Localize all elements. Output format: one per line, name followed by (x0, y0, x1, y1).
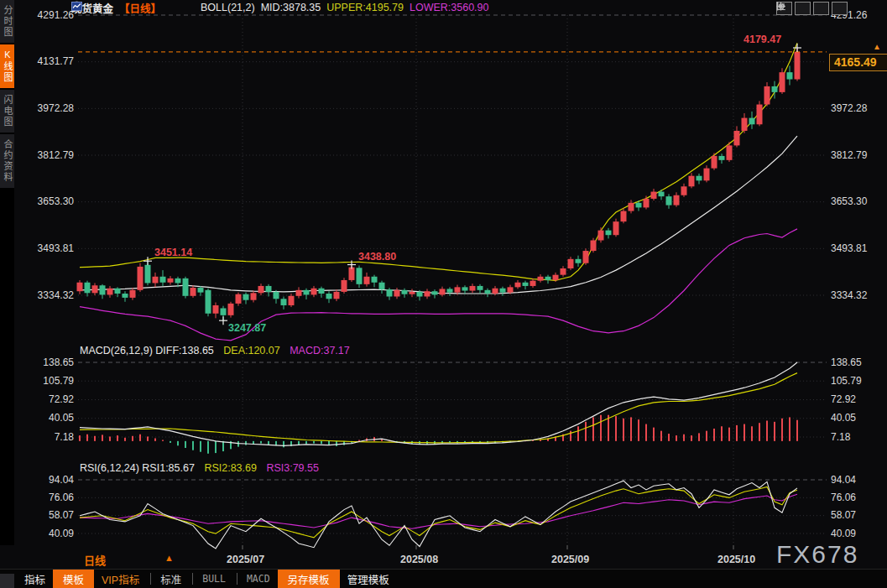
right-axis-tick: 3493.81 (831, 243, 886, 254)
left-axis-tick: 72.92 (18, 394, 74, 405)
right-axis-tick: 76.06 (831, 492, 886, 503)
toolbar-button-1[interactable]: 模板 (53, 570, 94, 588)
left-axis-tick: 3493.81 (18, 243, 74, 254)
right-axis-tick: 138.65 (831, 357, 886, 368)
left-axis-tick: 40.09 (18, 528, 74, 539)
right-axis-tick: 7.18 (831, 432, 886, 443)
price-annotation: 3438.80 (358, 251, 396, 263)
chart-type-sidebar: 分时图 K线图 闪电图 合约资料 (0, 0, 14, 545)
left-axis-tick: 105.79 (18, 376, 74, 387)
period-selector[interactable]: 【日线】 (119, 0, 161, 16)
chart-toolbar-icons (776, 2, 848, 15)
right-axis-tick: 72.92 (831, 394, 886, 405)
period-up-arrow-icon[interactable]: ▲ (164, 553, 174, 563)
sidebar-tab-lightning-chart[interactable]: 闪电图 (0, 90, 14, 133)
macd-dea-value: DEA:120.07 (223, 345, 279, 356)
macd-value: MACD:37.17 (290, 345, 350, 356)
left-axis-tick: 40.05 (18, 413, 74, 424)
right-axis-tick: 3812.79 (831, 150, 886, 161)
sidebar-tab-contract-info[interactable]: 合约资料 (0, 134, 14, 188)
left-axis-tick: 4131.77 (18, 56, 74, 67)
rsi1-value: RSI(6,12,24) RSI1:85.67 (80, 462, 195, 474)
right-axis-tick: 40.09 (831, 528, 886, 539)
toolbar-separator (192, 573, 193, 585)
left-axis-tick: 76.06 (18, 492, 74, 503)
toolbar-separator (150, 573, 151, 585)
left-axis-tick: 3334.32 (18, 290, 74, 301)
toolbar-button-0[interactable]: 指标 (18, 570, 51, 588)
price-up-arrow-icon: ▲ (873, 42, 881, 51)
macd-diff-value: MACD(26,12,9) DIFF:138.65 (80, 345, 214, 356)
price-annotation: 4179.47 (744, 34, 781, 45)
price-annotation: 3247.87 (228, 322, 266, 334)
last-price-box: 4165.49 (829, 54, 887, 71)
indicator-toolbar: 指标模板VIP指标标准BULLMACD另存模板管理模板 (0, 569, 887, 588)
toolbar-button-3[interactable]: 标准 (154, 570, 187, 588)
left-axis-tick: 7.18 (18, 432, 74, 443)
rsi2-value: RSI2:83.69 (204, 462, 257, 474)
rsi-header: RSI(6,12,24) RSI1:85.67 RSI2:83.69 RSI3:… (80, 462, 326, 474)
boll-lower-value: LOWER:3560.90 (410, 2, 489, 13)
boll-mid-value: MID:3878.35 (261, 2, 321, 13)
left-axis-tick: 94.04 (18, 475, 74, 486)
toolbar-button-4[interactable]: BULL (196, 571, 232, 586)
fx678-watermark: FX678 (776, 540, 858, 569)
boll-upper-value: UPPER:4195.79 (326, 2, 404, 13)
date-axis: 日线 ▲ 2025/07 2025/08 2025/09 2025/10 FX6… (0, 545, 887, 569)
corner-grip[interactable] (0, 574, 14, 588)
sidebar-tab-candle-chart[interactable]: K线图 (0, 44, 14, 88)
month-label: 2025/07 (227, 554, 264, 565)
period-footer-label[interactable]: 日线 (84, 552, 106, 568)
left-axis-tick: 58.07 (18, 510, 74, 521)
page-forward-icon[interactable] (832, 2, 848, 15)
mini-chart-icon[interactable] (184, 3, 195, 13)
right-axis-tick: 105.79 (831, 376, 886, 387)
left-axis-tick: 3653.30 (18, 196, 74, 207)
left-axis-tick: 3812.79 (18, 150, 74, 161)
toolbar-button-6[interactable]: 另存模板 (278, 570, 340, 588)
left-axis-tick: 4291.26 (18, 10, 74, 21)
chart-app: 分时图 K线图 闪电图 合约资料 现货黄金 【日线】 BOLL(21,2) MI… (0, 0, 887, 588)
month-label: 2025/08 (400, 554, 438, 565)
circle-plus-icon[interactable] (167, 3, 178, 13)
right-axis-tick: 58.07 (831, 510, 886, 521)
rsi3-value: RSI3:79.55 (266, 462, 319, 474)
left-axis-tick: 138.65 (18, 357, 74, 368)
left-axis-tick: 3972.28 (18, 103, 74, 114)
month-label: 2025/10 (717, 554, 755, 565)
fit-vertical-axis-icon[interactable] (795, 2, 811, 15)
sidebar-tab-time-chart[interactable]: 分时图 (0, 0, 14, 43)
chart-header: 现货黄金 【日线】 BOLL(21,2) MID:3878.35 UPPER:4… (71, 1, 488, 14)
right-axis-tick: 3653.30 (831, 196, 886, 207)
price-annotation: 3451.14 (154, 247, 192, 258)
right-axis-tick: 94.04 (831, 475, 886, 486)
boll-indicator-label: BOLL(21,2) (201, 2, 255, 13)
toolbar-button-5[interactable]: MACD (241, 571, 276, 586)
month-label: 2025/09 (551, 554, 589, 565)
macd-header: MACD(26,12,9) DIFF:138.65 DEA:120.07 MAC… (80, 345, 357, 356)
toolbar-button-7[interactable]: 管理模板 (342, 570, 395, 588)
right-axis-tick: 3334.32 (831, 290, 886, 301)
right-axis-tick: 40.05 (831, 413, 886, 424)
toolbar-button-2[interactable]: VIP指标 (96, 570, 145, 588)
right-axis-tick: 3972.28 (831, 103, 886, 114)
fit-horizontal-axis-icon[interactable] (813, 2, 829, 15)
toolbar-separator (237, 573, 237, 585)
